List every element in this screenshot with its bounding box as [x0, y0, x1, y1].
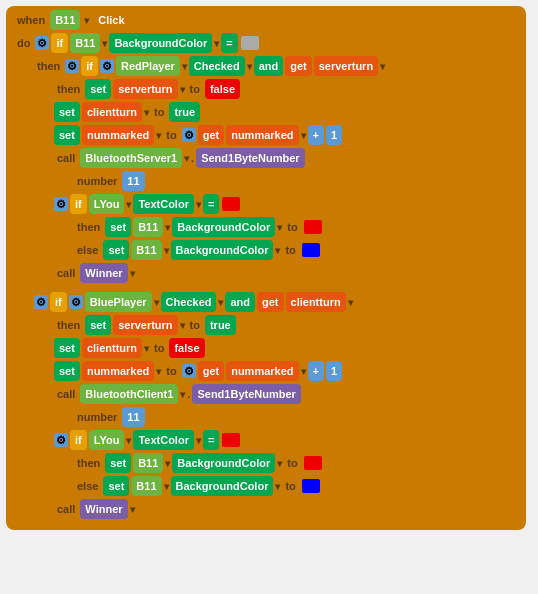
checked-block-2[interactable]: Checked: [161, 292, 217, 312]
bg-color-block-2[interactable]: BackgroundColor: [172, 217, 275, 237]
if-block-4[interactable]: if: [50, 292, 67, 312]
b11-block-4[interactable]: B11: [133, 453, 163, 473]
red-swatch-4: [304, 456, 322, 470]
b11-block-3[interactable]: B11: [131, 240, 161, 260]
and-block-2[interactable]: and: [225, 292, 255, 312]
true-block-1[interactable]: true: [169, 102, 200, 122]
set-block-6[interactable]: set: [85, 315, 111, 335]
then-bg-red-row: then set B11 ▾ BackgroundColor ▾ to: [74, 217, 518, 237]
if-block-2[interactable]: if: [81, 56, 98, 76]
redplayer-block[interactable]: RedPlayer: [116, 56, 180, 76]
bg-color-block-4[interactable]: BackgroundColor: [172, 453, 275, 473]
set-block-5[interactable]: set: [103, 240, 129, 260]
number-row-2: number 11: [74, 407, 518, 427]
to-label-10: to: [282, 478, 298, 494]
gear-icon-bp[interactable]: ⚙: [34, 295, 48, 309]
get-label-1: get: [285, 56, 312, 76]
set-block-4[interactable]: set: [105, 217, 131, 237]
else-label-1: else: [74, 242, 101, 258]
set-block-7[interactable]: set: [54, 338, 80, 358]
gear-icon-num2[interactable]: ⚙: [182, 364, 196, 378]
to-label-1: to: [187, 81, 203, 97]
gear-icon-do[interactable]: ⚙: [35, 36, 49, 50]
set-nummarked-row-1: set nummarked ▾ to ⚙ get nummarked ▾ + 1: [54, 125, 518, 145]
eleven-block-1[interactable]: 11: [122, 171, 144, 191]
to-label-9: to: [284, 455, 300, 471]
sendbyte-block-1[interactable]: Send1ByteNumber: [196, 148, 304, 168]
and-block-1[interactable]: and: [254, 56, 284, 76]
call-label-1: call: [54, 150, 78, 166]
b11-block[interactable]: B11: [50, 10, 80, 30]
gear-icon-bp2[interactable]: ⚙: [69, 295, 83, 309]
false-block-1[interactable]: false: [205, 79, 240, 99]
clientturn-block-3[interactable]: clientturn: [82, 338, 142, 358]
serverturn-block-1[interactable]: serverturn: [314, 56, 378, 76]
eq-block-2[interactable]: =: [203, 194, 219, 214]
set-block-10[interactable]: set: [103, 476, 129, 496]
one-block-1[interactable]: 1: [326, 125, 342, 145]
serverturn-block-3[interactable]: serverturn: [113, 315, 177, 335]
lyou-block-2[interactable]: LYou: [89, 430, 125, 450]
blueplayer-block[interactable]: BluePlayer: [85, 292, 152, 312]
to-label-8: to: [163, 363, 179, 379]
bg-color-block-3[interactable]: BackgroundColor: [171, 240, 274, 260]
b11-bg-block[interactable]: B11: [70, 33, 100, 53]
then-label-2: then: [54, 81, 83, 97]
call-label-4: call: [54, 501, 78, 517]
main-block-wrapper: when B11 ▾ Click do ⚙ if B11 ▾ Backgroun…: [6, 6, 526, 530]
set-block-3[interactable]: set: [54, 125, 80, 145]
set-block-8[interactable]: set: [54, 361, 80, 381]
textcolor-block-1[interactable]: TextColor: [133, 194, 194, 214]
to-label-2: to: [151, 104, 167, 120]
do-row: do ⚙ if B11 ▾ BackgroundColor ▾ =: [14, 33, 518, 53]
nummarked-block-1[interactable]: nummarked: [82, 125, 154, 145]
lyou-block-1[interactable]: LYou: [89, 194, 125, 214]
set-block-2[interactable]: set: [54, 102, 80, 122]
b11-block-2[interactable]: B11: [133, 217, 163, 237]
if-blueplayer-row: ⚙ if ⚙ BluePlayer ▾ Checked ▾ and get cl…: [34, 292, 518, 312]
set-block-9[interactable]: set: [105, 453, 131, 473]
winner-block-2[interactable]: Winner: [80, 499, 127, 519]
eq-block-1[interactable]: =: [221, 33, 237, 53]
true-block-2[interactable]: true: [205, 315, 236, 335]
if-block-1[interactable]: if: [51, 33, 68, 53]
call-server-row: call BluetoothServer1 ▾ . Send1ByteNumbe…: [54, 148, 518, 168]
plus-block-2[interactable]: +: [308, 361, 324, 381]
gear-icon-lyou2[interactable]: ⚙: [54, 433, 68, 447]
nummarked-get-2[interactable]: nummarked: [226, 361, 298, 381]
red-swatch-1: [222, 197, 240, 211]
textcolor-block-2[interactable]: TextColor: [133, 430, 194, 450]
number-label-2: number: [74, 409, 120, 425]
when-label: when: [14, 12, 48, 28]
nummarked-block-2[interactable]: nummarked: [82, 361, 154, 381]
to-label-6: to: [187, 317, 203, 333]
to-label-5: to: [282, 242, 298, 258]
set-clientturn-false-row: set clientturn ▾ to false: [54, 338, 518, 358]
if-block-3[interactable]: if: [70, 194, 87, 214]
sendbyte-block-2[interactable]: Send1ByteNumber: [192, 384, 300, 404]
serverturn-block-2[interactable]: serverturn: [113, 79, 177, 99]
gear-icon-then1[interactable]: ⚙: [65, 59, 79, 73]
one-block-2[interactable]: 1: [326, 361, 342, 381]
b11-block-5[interactable]: B11: [131, 476, 161, 496]
click-block[interactable]: Click: [93, 10, 129, 30]
then-label-3: then: [74, 219, 103, 235]
plus-block-1[interactable]: +: [308, 125, 324, 145]
checked-block-1[interactable]: Checked: [189, 56, 245, 76]
set-block-1[interactable]: set: [85, 79, 111, 99]
gear-icon-if2[interactable]: ⚙: [100, 59, 114, 73]
bt-client-block[interactable]: BluetoothClient1: [80, 384, 178, 404]
clientturn-block-1[interactable]: clientturn: [82, 102, 142, 122]
bt-server-block[interactable]: BluetoothServer1: [80, 148, 182, 168]
eleven-block-2[interactable]: 11: [122, 407, 144, 427]
eq-block-3[interactable]: =: [203, 430, 219, 450]
clientturn-block-2[interactable]: clientturn: [286, 292, 346, 312]
bg-color-block-5[interactable]: BackgroundColor: [171, 476, 274, 496]
bg-color-block-1[interactable]: BackgroundColor: [109, 33, 212, 53]
if-block-5[interactable]: if: [70, 430, 87, 450]
gear-icon-num1[interactable]: ⚙: [182, 128, 196, 142]
gear-icon-lyou1[interactable]: ⚙: [54, 197, 68, 211]
winner-block-1[interactable]: Winner: [80, 263, 127, 283]
nummarked-get-1[interactable]: nummarked: [226, 125, 298, 145]
false-block-2[interactable]: false: [169, 338, 204, 358]
